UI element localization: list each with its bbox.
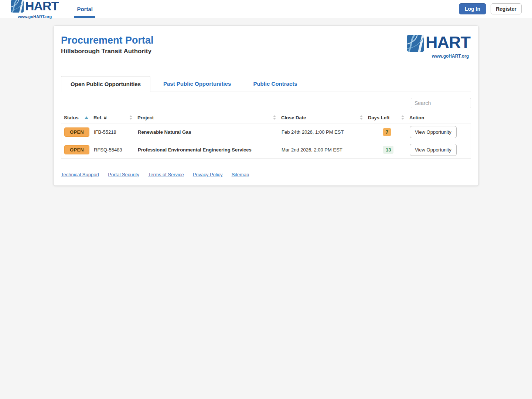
register-button[interactable]: Register xyxy=(491,3,522,14)
sort-ascending-icon xyxy=(85,116,88,119)
table-row: OPEN RFSQ-55483 Professional Environment… xyxy=(61,141,471,158)
column-header-project[interactable]: Project xyxy=(137,112,281,123)
ref-number: IFB-55218 xyxy=(94,129,138,135)
tab-open-public-opportunities[interactable]: Open Public Opportunities xyxy=(61,76,150,92)
page-title: Procurement Portal xyxy=(61,35,154,46)
hart-wordmark: HART xyxy=(426,35,470,51)
footer-link-privacy-policy[interactable]: Privacy Policy xyxy=(193,172,223,177)
column-header-action: Action xyxy=(409,112,471,123)
days-left-badge: 13 xyxy=(383,146,393,154)
sort-icon xyxy=(360,115,363,120)
table-header-row: Status Ref. # Project Close Date Days Le… xyxy=(61,112,471,123)
hart-wordmark: HART xyxy=(25,0,58,12)
procurement-portal-card: Procurement Portal Hillsborough Transit … xyxy=(53,25,479,186)
active-tab-indicator xyxy=(74,16,95,18)
tab-public-contracts[interactable]: Public Contracts xyxy=(244,76,306,92)
sort-icon xyxy=(273,115,276,120)
sort-icon xyxy=(401,115,404,120)
ref-number: RFSQ-55483 xyxy=(94,147,138,153)
table-body: OPEN IFB-55218 Renewable Natural Gas Feb… xyxy=(61,123,471,158)
view-opportunity-button[interactable]: View Opportunity xyxy=(410,144,457,156)
top-navbar: HART www.goHART.org Portal Log In Regist… xyxy=(0,0,532,18)
nav-portal-label: Portal xyxy=(77,6,93,12)
login-button[interactable]: Log In xyxy=(459,3,486,14)
status-badge: OPEN xyxy=(64,145,89,154)
footer-link-technical-support[interactable]: Technical Support xyxy=(61,172,99,177)
table-row: OPEN IFB-55218 Renewable Natural Gas Feb… xyxy=(61,123,471,141)
search-row xyxy=(61,98,471,108)
header-divider xyxy=(61,67,471,67)
hart-logo-large: HART www.goHART.org xyxy=(407,35,470,59)
card-header: Procurement Portal Hillsborough Transit … xyxy=(61,35,471,59)
hart-url-label: www.goHART.org xyxy=(432,54,469,59)
opportunities-table: Status Ref. # Project Close Date Days Le… xyxy=(61,112,471,158)
project-name: Professional Environmental Engineering S… xyxy=(138,147,282,153)
tab-bar: Open Public Opportunities Past Public Op… xyxy=(61,76,471,92)
hart-logo[interactable]: HART www.goHART.org xyxy=(11,0,58,18)
nav-actions: Log In Register xyxy=(459,0,522,18)
hart-logo-icon xyxy=(11,0,24,14)
hart-logo-icon xyxy=(407,35,424,53)
close-date: Mar 2nd 2026, 2:00 PM EST xyxy=(282,147,368,153)
status-badge: OPEN xyxy=(64,127,89,137)
close-date: Feb 24th 2026, 1:00 PM EST xyxy=(282,129,368,135)
project-name: Renewable Natural Gas xyxy=(138,129,282,135)
search-input[interactable] xyxy=(411,98,471,108)
footer-link-portal-security[interactable]: Portal Security xyxy=(108,172,139,177)
column-header-status[interactable]: Status xyxy=(61,112,93,123)
footer-link-terms-of-service[interactable]: Terms of Service xyxy=(148,172,184,177)
card-heading: Procurement Portal Hillsborough Transit … xyxy=(61,35,154,55)
column-header-ref[interactable]: Ref. # xyxy=(93,112,137,123)
tab-past-public-opportunities[interactable]: Past Public Opportunities xyxy=(154,76,240,92)
card-footer: Technical Support Portal Security Terms … xyxy=(61,172,471,177)
nav-portal-link[interactable]: Portal xyxy=(73,0,96,18)
column-header-close-date[interactable]: Close Date xyxy=(281,112,368,123)
sort-icon xyxy=(129,115,132,120)
column-header-days-left[interactable]: Days Left xyxy=(368,112,409,123)
page-subtitle: Hillsborough Transit Authority xyxy=(61,48,154,55)
hart-url-label: www.goHART.org xyxy=(18,14,52,19)
view-opportunity-button[interactable]: View Opportunity xyxy=(410,126,457,138)
footer-link-sitemap[interactable]: Sitemap xyxy=(232,172,249,177)
days-left-badge: 7 xyxy=(383,128,391,136)
